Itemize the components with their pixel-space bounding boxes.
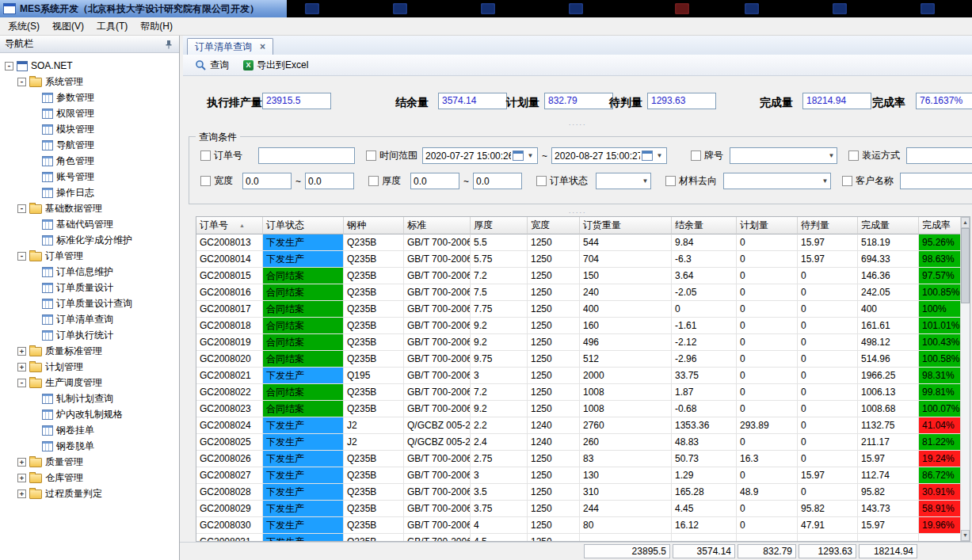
table-row[interactable]: GC2008016合同结案Q235BGB/T 700-20067.5125024…	[196, 284, 960, 301]
table-row[interactable]: GC2008027下发生产Q235BGB/T 700-2006312501301…	[196, 467, 960, 484]
expand-icon[interactable]: +	[17, 458, 26, 467]
column-header[interactable]: 钢种	[344, 217, 404, 234]
expand-icon[interactable]: +	[17, 363, 26, 371]
scrollbar-thumb[interactable]	[961, 228, 970, 303]
column-header[interactable]: 订单号▲	[196, 217, 263, 234]
window-title-area[interactable]: MES系统开发（北京科技大学设计研究院有限公司开发）	[0, 0, 287, 17]
shipping-checkbox[interactable]	[848, 150, 859, 161]
table-row[interactable]: GC2008014下发生产Q235BGB/T 700-20065.7512507…	[196, 251, 960, 268]
chevron-down-icon[interactable]: ▼	[654, 152, 665, 159]
date-from-picker[interactable]: 2020-07-27 15:00:26 ▼	[422, 147, 538, 164]
chevron-down-icon[interactable]: ▼	[820, 177, 830, 185]
tree-item[interactable]: 权限管理	[0, 105, 179, 121]
table-row[interactable]: GC2008017合同结案Q235BGB/T 700-20067.7512504…	[196, 301, 960, 318]
tree-item[interactable]: 订单信息维护	[0, 264, 179, 280]
tree-item[interactable]: -生产调度管理	[0, 375, 179, 390]
column-header[interactable]: 厚度	[471, 217, 528, 234]
tree-item[interactable]: 订单清单查询	[0, 311, 179, 327]
tree-item[interactable]: +质量标准管理	[0, 343, 179, 359]
chevron-down-icon[interactable]: ▼	[640, 177, 650, 185]
table-row[interactable]: GC2008028下发生产Q235BGB/T 700-20063.5125031…	[196, 484, 960, 501]
column-header[interactable]: 宽度	[528, 217, 580, 234]
chevron-down-icon[interactable]: ▼	[525, 152, 536, 159]
tree-item[interactable]: 操作日志	[0, 185, 179, 200]
brand-combo[interactable]: ▼	[730, 147, 837, 164]
column-header[interactable]: 计划量	[737, 217, 798, 234]
table-row[interactable]: GC2008022合同结案Q235BGB/T 700-20067.2125010…	[196, 384, 960, 401]
table-row[interactable]: GC2008021下发生产Q195GB/T 700-20063125020003…	[196, 368, 960, 384]
order-status-combo[interactable]: ▼	[596, 173, 651, 189]
table-row[interactable]: GC2008025下发生产J2Q/GCBZ 005-2...2.41240260…	[196, 434, 960, 451]
query-button[interactable]: 查询	[189, 57, 234, 74]
thickness-checkbox[interactable]	[368, 176, 379, 186]
table-row[interactable]: GC2008029下发生产Q235BGB/T 700-20063.7512502…	[196, 501, 960, 517]
tree-item[interactable]: 订单质量设计	[0, 280, 179, 295]
menu-item[interactable]: 视图(V)	[46, 18, 90, 35]
scroll-down-icon[interactable]: ▼	[961, 530, 970, 541]
date-to-picker[interactable]: 2020-08-27 15:00:27 ▼	[551, 147, 667, 164]
menu-item[interactable]: 工具(T)	[90, 18, 134, 35]
table-row[interactable]: GC2008030下发生产Q235BGB/T 700-2006412508016…	[196, 517, 960, 534]
tree-item[interactable]: -SOA.NET	[0, 58, 179, 74]
table-row[interactable]: GC2008019合同结案Q235BGB/T 700-20069.2125049…	[196, 334, 960, 351]
order-no-input[interactable]	[258, 147, 355, 164]
menu-item[interactable]: 系统(S)	[2, 18, 46, 35]
collapse-icon[interactable]: -	[5, 62, 13, 70]
column-header[interactable]: 标准	[404, 217, 471, 234]
material-dest-checkbox[interactable]	[665, 176, 676, 186]
table-row[interactable]: GC2008026下发生产Q235BGB/T 700-20062.7512508…	[196, 451, 960, 467]
expand-icon[interactable]: +	[17, 347, 26, 356]
tree-item[interactable]: -基础数据管理	[0, 200, 179, 216]
collapse-icon[interactable]: -	[17, 204, 26, 213]
width-checkbox[interactable]	[200, 176, 211, 186]
tree-item[interactable]: -订单管理	[0, 248, 179, 264]
time-range-checkbox[interactable]	[366, 150, 376, 161]
collapse-icon[interactable]: -	[17, 252, 26, 261]
table-row[interactable]: GC2008020合同结案Q235BGB/T 700-20069.7512505…	[196, 351, 960, 368]
tree-item[interactable]: -系统管理	[0, 74, 179, 90]
expand-icon[interactable]: +	[17, 474, 26, 482]
tree-item[interactable]: +计划管理	[0, 359, 179, 375]
tree-item[interactable]: 基础代码管理	[0, 216, 179, 232]
customer-input[interactable]	[900, 173, 972, 189]
column-header[interactable]: 订单状态	[263, 217, 344, 234]
splitter-grip[interactable]	[183, 120, 972, 128]
table-row[interactable]: GC2008024下发生产J2Q/GCBZ 005-2...2.21240276…	[196, 417, 960, 434]
collapse-icon[interactable]: -	[17, 379, 26, 387]
tree-item[interactable]: 轧制计划查询	[0, 390, 179, 406]
chevron-down-icon[interactable]: ▼	[826, 152, 837, 159]
tree-item[interactable]: 模块管理	[0, 121, 179, 137]
tree-item[interactable]: 角色管理	[0, 153, 179, 169]
thickness-to-input[interactable]	[473, 173, 522, 189]
pin-icon[interactable]	[163, 39, 174, 50]
thickness-from-input[interactable]	[410, 173, 459, 189]
menu-item[interactable]: 帮助(H)	[134, 18, 179, 35]
collapse-icon[interactable]: -	[17, 78, 26, 86]
tree-item[interactable]: 标准化学成分维护	[0, 232, 179, 248]
tab-order-list-query[interactable]: 订单清单查询 ×	[187, 38, 273, 55]
column-header[interactable]: 待判量	[798, 217, 858, 234]
tree-item[interactable]: 订单质量设计查询	[0, 295, 179, 311]
tree-item[interactable]: 导航管理	[0, 137, 179, 153]
tab-close-icon[interactable]: ×	[260, 41, 265, 52]
table-row[interactable]: GC2008013下发生产Q235BGB/T 700-20065.5125054…	[196, 234, 960, 251]
shipping-combo[interactable]: ▼	[906, 147, 972, 164]
table-row[interactable]: GC2008023合同结案Q235BGB/T 700-20069.2125010…	[196, 401, 960, 417]
expand-icon[interactable]: +	[17, 490, 26, 498]
table-row[interactable]: GC2008018合同结案Q235BGB/T 700-20069.2125016…	[196, 318, 960, 334]
column-header[interactable]: 结余量	[672, 217, 737, 234]
column-header[interactable]: 完成量	[858, 217, 919, 234]
column-header[interactable]: 完成率	[919, 217, 962, 234]
brand-checkbox[interactable]	[691, 150, 701, 161]
width-to-input[interactable]	[305, 173, 354, 189]
splitter-grip[interactable]	[183, 208, 972, 215]
tree-item[interactable]: 订单执行统计	[0, 327, 179, 343]
table-row[interactable]: GC2008015合同结案Q235BGB/T 700-20067.2125015…	[196, 268, 960, 284]
tree-item[interactable]: +过程质量判定	[0, 486, 179, 501]
column-header[interactable]: 订货重量	[580, 217, 672, 234]
material-dest-combo[interactable]: ▼	[723, 173, 831, 189]
tree-item[interactable]: 参数管理	[0, 90, 179, 105]
order-no-checkbox[interactable]	[200, 150, 211, 161]
tree-item[interactable]: 钢卷挂单	[0, 422, 179, 438]
customer-checkbox[interactable]	[842, 176, 852, 186]
